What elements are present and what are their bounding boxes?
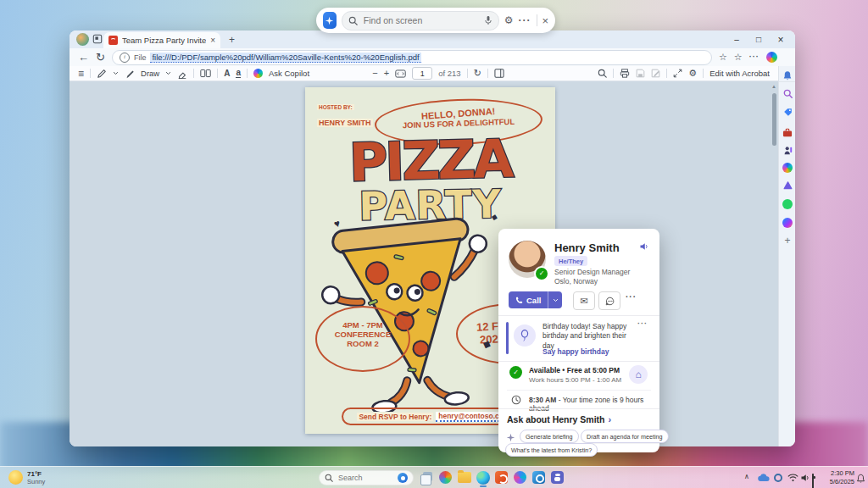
table-of-contents-icon[interactable]: ≡ bbox=[78, 69, 84, 79]
eraser-icon[interactable] bbox=[177, 69, 187, 79]
microphone-icon[interactable] bbox=[484, 15, 492, 25]
visual-search-icon[interactable] bbox=[323, 12, 337, 29]
browser-tab[interactable]: Team Pizza Party Invite × bbox=[103, 32, 220, 48]
task-view-icon[interactable] bbox=[420, 472, 433, 485]
tray-chevron-up-icon[interactable]: ∧ bbox=[744, 474, 749, 480]
battery-icon[interactable] bbox=[812, 474, 814, 488]
suggestion-pill[interactable]: Generate briefing bbox=[520, 430, 579, 443]
tab-actions-icon[interactable] bbox=[92, 34, 103, 44]
draw-label[interactable]: Draw bbox=[141, 69, 159, 78]
notification-bell-icon[interactable] bbox=[856, 474, 865, 484]
volume-icon[interactable] bbox=[800, 474, 810, 482]
ask-copilot-label[interactable]: Ask Copilot bbox=[269, 69, 309, 78]
settings-gear-icon[interactable]: ⚙ bbox=[504, 15, 514, 25]
wifi-icon[interactable] bbox=[787, 474, 798, 482]
rotate-icon[interactable]: ↻ bbox=[474, 69, 481, 78]
sidebar-messenger-icon[interactable] bbox=[782, 217, 793, 229]
copilot-taskbar-icon[interactable] bbox=[514, 471, 526, 484]
pinwheel-app-icon[interactable] bbox=[439, 471, 452, 484]
new-tab-button[interactable]: + bbox=[225, 33, 238, 46]
print-icon[interactable] bbox=[620, 69, 630, 78]
maximize-button[interactable]: □ bbox=[748, 31, 770, 47]
teams-icon[interactable] bbox=[551, 471, 564, 484]
browser-more-icon[interactable]: ··· bbox=[749, 53, 760, 61]
window-close-button[interactable]: × bbox=[770, 31, 792, 47]
sidebar-toolbox-icon[interactable] bbox=[782, 126, 793, 138]
sidebar-add-icon[interactable]: + bbox=[782, 235, 793, 247]
weather-widget[interactable]: 71°F Sunny bbox=[27, 470, 45, 485]
outlook-icon[interactable] bbox=[532, 471, 545, 484]
fit-to-width-icon[interactable] bbox=[395, 69, 406, 78]
find-input-container[interactable] bbox=[342, 11, 499, 30]
zoom-out-icon[interactable]: − bbox=[372, 69, 377, 78]
sidebar-whatsapp-icon[interactable] bbox=[782, 198, 793, 210]
home-workspace-icon[interactable]: ⌂ bbox=[629, 365, 648, 384]
sidebar-m365-icon[interactable] bbox=[782, 145, 793, 157]
refresh-icon[interactable]: ↻ bbox=[96, 52, 105, 63]
edge-browser-window: Team Pizza Party Invite × + – □ × ← ↻ i … bbox=[70, 30, 795, 446]
sidebar-search-icon[interactable] bbox=[782, 87, 793, 99]
fullscreen-icon[interactable] bbox=[673, 69, 682, 78]
say-happy-birthday-link[interactable]: Say happy birthday bbox=[542, 347, 609, 356]
highlighter-icon[interactable] bbox=[97, 69, 107, 79]
translate-icon[interactable]: a bbox=[236, 69, 241, 78]
microsoft-365-icon[interactable] bbox=[495, 471, 508, 484]
draw-chevron-icon[interactable] bbox=[165, 70, 171, 76]
address-bar[interactable]: i File file:///D:/PDF/sample%20pdf/Willi… bbox=[112, 50, 712, 65]
scrollbar-thumb[interactable] bbox=[772, 93, 776, 146]
pdf-search-icon[interactable] bbox=[598, 69, 607, 78]
info-icon[interactable]: i bbox=[120, 53, 130, 63]
suggestion-pill[interactable]: Draft an agenda for meeting bbox=[581, 430, 669, 443]
tab-close-icon[interactable]: × bbox=[210, 36, 215, 45]
taskbar-clock[interactable]: 2:30 PM 5/6/2025 bbox=[827, 469, 854, 486]
taskbar-search-box[interactable] bbox=[319, 470, 414, 485]
close-icon[interactable]: × bbox=[542, 15, 548, 26]
onedrive-cloud-icon[interactable] bbox=[758, 474, 770, 482]
edge-taskbar-icon[interactable] bbox=[476, 471, 490, 485]
birthday-more-icon[interactable]: ··· bbox=[637, 320, 648, 328]
profile-avatar[interactable] bbox=[76, 33, 89, 46]
save-icon bbox=[636, 69, 645, 78]
chat-button[interactable] bbox=[598, 291, 620, 310]
favorites-icon[interactable]: ☆ bbox=[719, 53, 727, 62]
pdf-viewer-area[interactable]: ▲ HOSTED BY: HENRY SMITH HELLO, DONNA! J… bbox=[70, 81, 778, 446]
back-icon[interactable]: ← bbox=[78, 52, 89, 63]
weather-sun-icon[interactable] bbox=[8, 470, 23, 485]
ask-copilot-icon[interactable] bbox=[253, 69, 263, 78]
url-text[interactable]: file:///D:/PDF/sample%20pdf/William%20Sa… bbox=[150, 53, 420, 63]
file-explorer-icon[interactable] bbox=[458, 472, 471, 483]
email-button[interactable]: ✉ bbox=[573, 291, 595, 310]
sidebar-shopping-tag-icon[interactable] bbox=[782, 106, 793, 118]
clock-time: 2:30 PM bbox=[827, 469, 854, 478]
ask-about-header[interactable]: Ask about Henry Smith › bbox=[507, 414, 611, 424]
call-button[interactable]: Call bbox=[509, 291, 562, 308]
more-options-icon[interactable]: ··· bbox=[519, 15, 531, 25]
copilot-icon[interactable] bbox=[766, 52, 777, 63]
zoom-in-icon[interactable]: + bbox=[384, 69, 389, 78]
minimize-button[interactable]: – bbox=[726, 31, 748, 47]
thumbnails-panel-icon[interactable] bbox=[494, 69, 504, 78]
scrollbar-up-arrow[interactable]: ▲ bbox=[771, 84, 776, 89]
add-favorite-star-icon[interactable]: ☆ bbox=[734, 53, 743, 62]
taskbar-search-input[interactable] bbox=[337, 473, 394, 483]
search-highlights-icon bbox=[398, 473, 408, 483]
page-view-icon[interactable] bbox=[200, 69, 211, 78]
pronounce-speaker-icon[interactable] bbox=[639, 242, 649, 251]
highlighter-chevron-icon[interactable] bbox=[113, 70, 119, 76]
windows-start-button[interactable] bbox=[298, 471, 311, 484]
tray-status-icon[interactable] bbox=[774, 474, 782, 482]
pen-icon[interactable] bbox=[125, 69, 135, 79]
sidebar-bing-icon[interactable] bbox=[782, 162, 793, 174]
sidebar-drop-icon[interactable] bbox=[782, 180, 793, 191]
pdf-settings-gear-icon[interactable]: ⚙ bbox=[688, 69, 697, 78]
call-options-chevron-icon[interactable] bbox=[548, 291, 562, 308]
read-aloud-icon[interactable]: A bbox=[224, 69, 230, 78]
page-number-input[interactable]: 1 bbox=[412, 67, 432, 80]
contact-more-icon[interactable]: ··· bbox=[626, 293, 637, 302]
time-location-oval: 4PM - 7PM CONFERENCE ROOM 2 bbox=[315, 306, 410, 372]
edit-with-acrobat-button[interactable]: Edit with Acrobat bbox=[709, 69, 770, 78]
work-hours: Work hours 5:00 PM - 1:00 AM bbox=[529, 376, 621, 384]
sidebar-bell-icon[interactable] bbox=[782, 69, 793, 81]
find-input[interactable] bbox=[362, 14, 480, 26]
suggestion-pill[interactable]: What's the latest from Kristin? bbox=[505, 443, 598, 457]
